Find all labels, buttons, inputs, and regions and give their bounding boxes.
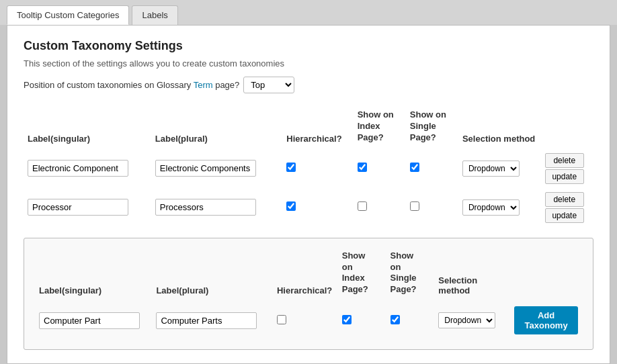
page-description: This section of the settings allows you …: [24, 58, 593, 69]
select-selection-method-2[interactable]: Dropdown Checkbox: [462, 199, 520, 216]
new-input-label-singular[interactable]: [39, 312, 140, 329]
term-link[interactable]: Term: [194, 80, 213, 90]
th-label-plural: Label(plural): [151, 107, 282, 149]
input-label-singular-1[interactable]: [28, 160, 128, 177]
th-show-single: Show on Single Page?: [406, 107, 458, 149]
cell-show-single-1: [406, 149, 458, 188]
new-th-show-index: ShowonIndexPage?: [338, 248, 386, 303]
new-th-selection-method: Selection method: [434, 248, 510, 303]
delete-button-1[interactable]: delete: [545, 153, 584, 168]
cell-selection-method-2: Dropdown Checkbox: [458, 188, 541, 227]
new-entry-box: Label(singular) Label(plural) Hierarchic…: [24, 238, 593, 351]
checkbox-show-index-2[interactable]: [358, 201, 367, 211]
new-cell-label-plural: [152, 302, 273, 338]
cell-show-single-2: [406, 188, 458, 227]
cell-label-plural-2: [151, 188, 282, 227]
cell-show-index-1: [354, 149, 406, 188]
checkbox-show-single-2[interactable]: [410, 201, 419, 211]
new-checkbox-hierarchical[interactable]: [277, 315, 286, 324]
new-cell-show-single: [386, 302, 435, 338]
new-checkbox-show-index[interactable]: [342, 315, 352, 324]
update-button-1[interactable]: update: [545, 169, 584, 184]
new-cell-label-singular: [35, 302, 152, 338]
input-label-plural-1[interactable]: [155, 160, 256, 177]
new-cell-selection-method: Dropdown Checkbox: [434, 302, 510, 338]
new-input-label-plural[interactable]: [156, 312, 257, 329]
select-selection-method-1[interactable]: Dropdown Checkbox: [462, 161, 520, 177]
delete-button-2[interactable]: delete: [545, 192, 584, 207]
new-cell-show-index: [338, 302, 386, 338]
cell-label-singular-2: [24, 188, 151, 227]
checkbox-hierarchical-1[interactable]: [286, 163, 296, 172]
cell-actions-2: delete update: [541, 188, 593, 227]
cell-hierarchical-1: [282, 149, 353, 188]
checkbox-show-index-1[interactable]: [358, 163, 367, 172]
table-row: Dropdown Checkbox delete update: [24, 188, 593, 227]
entries-table: Label(singular) Label(plural) Hierarchic…: [24, 107, 593, 227]
position-select[interactable]: Top Bottom Left Right: [243, 77, 294, 93]
new-th-action: [510, 248, 582, 303]
action-btns-1: delete update: [545, 153, 589, 184]
th-show-index: Show on Index Page?: [354, 107, 406, 149]
th-label-singular: Label(singular): [24, 107, 151, 149]
th-hierarchical: Hierarchical?: [282, 107, 353, 149]
update-button-2[interactable]: update: [545, 208, 584, 223]
cell-label-singular-1: [24, 149, 151, 188]
checkbox-show-single-1[interactable]: [410, 163, 419, 172]
cell-hierarchical-2: [282, 188, 353, 227]
th-selection-method: Selection method: [458, 107, 541, 149]
cell-actions-1: delete update: [541, 149, 593, 188]
cell-label-plural-1: [151, 149, 282, 188]
new-cell-hierarchical: [273, 302, 338, 338]
tab-tooltip-custom-categories[interactable]: Tooltip Custom Categories: [7, 5, 129, 25]
checkbox-hierarchical-2[interactable]: [286, 201, 296, 211]
action-btns-2: delete update: [545, 192, 589, 223]
tabs-bar: Tooltip Custom Categories Labels: [0, 0, 617, 25]
input-label-plural-2[interactable]: [155, 199, 256, 216]
new-th-hierarchical: Hierarchical?: [273, 248, 338, 303]
new-select-selection-method[interactable]: Dropdown Checkbox: [438, 312, 495, 328]
position-row: Position of custom taxonomies on Glossar…: [24, 77, 593, 93]
tab-labels[interactable]: Labels: [132, 5, 177, 25]
th-actions: [541, 107, 593, 149]
new-th-label-singular: Label(singular): [35, 248, 152, 303]
cell-show-index-2: [354, 188, 406, 227]
new-th-show-single: ShowonSinglePage?: [386, 248, 435, 303]
new-checkbox-show-single[interactable]: [390, 315, 400, 324]
input-label-singular-2[interactable]: [28, 199, 128, 216]
new-entry-table: Label(singular) Label(plural) Hierarchic…: [35, 248, 582, 339]
page-title: Custom Taxonomy Settings: [24, 39, 593, 53]
add-taxonomy-button[interactable]: Add Taxonomy: [514, 306, 578, 334]
cell-selection-method-1: Dropdown Checkbox: [458, 149, 541, 188]
main-panel: Custom Taxonomy Settings This section of…: [7, 25, 610, 364]
new-entry-row: Dropdown Checkbox Add Taxonomy: [35, 302, 582, 338]
position-label: Position of custom taxonomies on Glossar…: [24, 80, 239, 90]
table-row: Dropdown Checkbox delete update: [24, 149, 593, 188]
new-th-label-plural: Label(plural): [152, 248, 273, 303]
new-cell-add: Add Taxonomy: [510, 302, 582, 338]
